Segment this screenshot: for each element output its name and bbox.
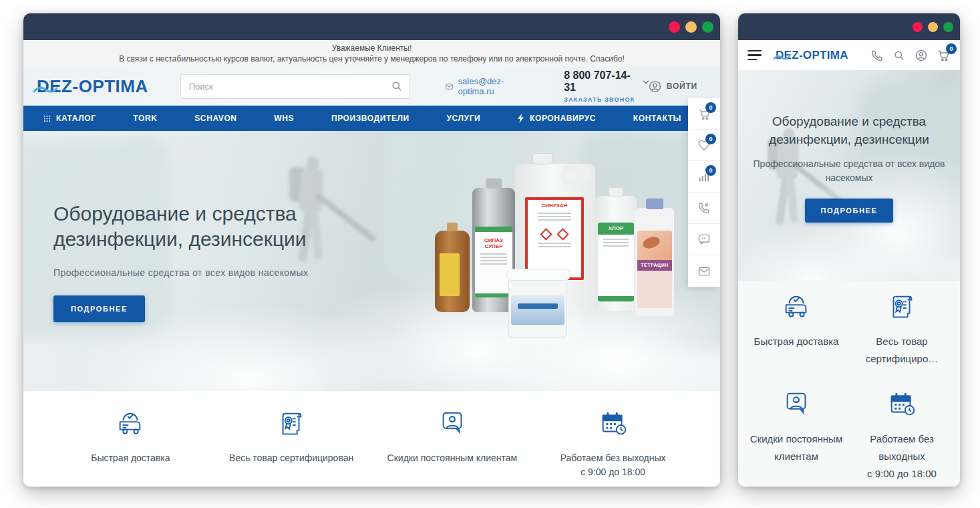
feature-fast-delivery: Быстрая доставка bbox=[744, 291, 849, 372]
feature-label: Быстрая доставка bbox=[50, 451, 211, 465]
feature-discounts: Скидки постоянным клиентам bbox=[372, 408, 533, 487]
cart-panel-button[interactable]: 0 bbox=[688, 98, 720, 130]
floating-side-panel: 0 0 0 bbox=[688, 98, 720, 287]
product-label: ТЕТРАЦИН bbox=[637, 260, 672, 271]
reviews-panel-button[interactable] bbox=[688, 224, 720, 255]
login-label: ВОЙТИ bbox=[667, 82, 697, 91]
product-label: СИПАЗ СУПЕР bbox=[475, 237, 512, 249]
account-icon[interactable] bbox=[915, 49, 928, 62]
hero-subtitle: Профессиональные средства от всех видов … bbox=[749, 157, 949, 185]
product-label: СИНУЗАН bbox=[530, 203, 579, 209]
envelope-icon bbox=[445, 82, 454, 91]
cart-count-badge: 0 bbox=[946, 43, 957, 54]
cart-icon[interactable]: 0 bbox=[937, 48, 951, 62]
compare-panel-button[interactable]: 0 bbox=[688, 161, 720, 193]
callback-panel-button[interactable] bbox=[688, 193, 720, 224]
close-button[interactable] bbox=[669, 21, 680, 33]
lightning-icon bbox=[518, 114, 524, 123]
hero-more-button[interactable]: ПОДРОБНЕЕ bbox=[53, 295, 145, 322]
notice-line2: В связи с нестабильностью курсов валют, … bbox=[23, 54, 720, 64]
header-email-text: sales@dez-optima.ru bbox=[458, 76, 536, 96]
product-bottles-image: СИНУЗАН СИПАЗ СУПЕР ХЛОР bbox=[416, 138, 683, 359]
hero-title: Оборудование и средства дезинфекции, дез… bbox=[53, 201, 347, 253]
hero-title: Оборудование и средства дезинфекции, дез… bbox=[749, 113, 949, 148]
mobile-browser-window: DEZ-OPTIMA 0 Оборудование и средства дез… bbox=[738, 13, 960, 487]
certificate-icon bbox=[886, 313, 917, 324]
search-icon[interactable] bbox=[390, 80, 403, 96]
search-icon[interactable] bbox=[892, 49, 906, 62]
feature-label: Быстрая доставка bbox=[744, 333, 849, 350]
site-logo[interactable]: DEZ-OPTIMA bbox=[37, 76, 148, 97]
grid-icon bbox=[43, 115, 51, 122]
nav-item-schavon[interactable]: SCHAVON bbox=[194, 114, 236, 123]
nav-item-services[interactable]: УСЛУГИ bbox=[447, 114, 481, 123]
notice-line1: Уважаемые Клиенты! bbox=[23, 43, 720, 53]
site-logo[interactable]: DEZ-OPTIMA bbox=[776, 49, 848, 62]
product-bottle-purple: ТЕТРАЦИН bbox=[635, 208, 674, 316]
feature-label: Весь товар сертифициро… bbox=[849, 333, 955, 368]
desktop-browser-window: Уважаемые Клиенты! В связи с нестабильно… bbox=[23, 13, 720, 487]
calendar-clock-icon bbox=[598, 430, 629, 441]
header-email-link[interactable]: sales@dez-optima.ru bbox=[445, 76, 536, 96]
feature-label: Работаем без выходныхс 9:00 до 18:00 bbox=[532, 451, 693, 479]
feature-label: Скидки постоянным клиентам bbox=[744, 430, 849, 466]
mobile-titlebar bbox=[738, 13, 960, 40]
callback-link[interactable]: ЗАКАЗАТЬ ЗВОНОК bbox=[564, 96, 648, 103]
features-row: Быстрая доставка Весь товар сертифициров… bbox=[23, 391, 720, 487]
feature-certified: Весь товар сертифицирован bbox=[211, 408, 372, 487]
feature-working-hours: Работаем без выходныхс 9:00 до 18:00 bbox=[532, 408, 693, 487]
account-icon bbox=[648, 80, 662, 94]
worker-silhouette bbox=[289, 156, 319, 170]
callback-phone-icon bbox=[697, 201, 711, 215]
maximize-button[interactable] bbox=[943, 22, 953, 32]
chat-bubble-icon bbox=[697, 233, 711, 246]
compare-count-badge: 0 bbox=[705, 165, 716, 176]
hamburger-menu-icon[interactable] bbox=[748, 50, 762, 61]
site-header: DEZ-OPTIMA sales@dez-optima.ru 8 800 707… bbox=[23, 67, 720, 106]
hero-more-button[interactable]: ПОДРОБНЕЕ bbox=[805, 199, 894, 223]
truck-icon bbox=[115, 430, 146, 441]
mobile-header: DEZ-OPTIMA 0 bbox=[738, 40, 960, 70]
nav-item-coronavirus[interactable]: КОРОНАВИРУС bbox=[518, 114, 596, 123]
phone-number[interactable]: 8 800 707-14-31 bbox=[564, 70, 648, 94]
product-bottle-green: ХЛОР bbox=[595, 196, 637, 311]
feature-certified: Весь товар сертифициро… bbox=[849, 291, 955, 372]
client-bubble-icon bbox=[781, 410, 812, 422]
minimize-button[interactable] bbox=[928, 22, 938, 32]
email-panel-button[interactable] bbox=[688, 255, 720, 287]
logo-wave-icon bbox=[33, 85, 57, 94]
calendar-clock-icon bbox=[886, 410, 917, 422]
search-box bbox=[180, 74, 410, 99]
certificate-icon bbox=[276, 430, 307, 441]
logo-wave-icon bbox=[774, 54, 790, 61]
search-input[interactable] bbox=[180, 74, 410, 99]
cart-count-badge: 0 bbox=[705, 102, 716, 113]
fog bbox=[738, 221, 912, 281]
wishlist-panel-button[interactable]: 0 bbox=[688, 130, 720, 161]
client-bubble-icon bbox=[437, 430, 468, 441]
feature-label: Весь товар сертифицирован bbox=[211, 451, 372, 465]
feature-label: Скидки постоянным клиентам bbox=[372, 451, 533, 465]
product-label: ХЛОР bbox=[598, 223, 634, 235]
envelope-icon bbox=[697, 265, 711, 278]
feature-working-hours: Работаем без выходныхс 9:00 до 18:00 bbox=[849, 389, 955, 487]
desktop-titlebar bbox=[23, 13, 720, 40]
nav-item-tork[interactable]: TORK bbox=[133, 114, 157, 123]
phone-icon[interactable] bbox=[870, 49, 884, 62]
wishlist-count-badge: 0 bbox=[705, 134, 716, 144]
hero-text-block: Оборудование и средства дезинфекции, дез… bbox=[53, 201, 347, 322]
nav-item-contacts[interactable]: КОНТАКТЫ bbox=[633, 114, 681, 123]
maximize-button[interactable] bbox=[702, 21, 713, 33]
nav-item-catalog[interactable]: КАТАЛОГ bbox=[43, 114, 96, 123]
hero-subtitle: Профессиональные средства от всех видов … bbox=[53, 267, 347, 278]
mobile-features-grid: Быстрая доставка Весь товар сертифициро…… bbox=[738, 281, 960, 487]
minimize-button[interactable] bbox=[685, 21, 697, 33]
login-button[interactable]: ВОЙТИ bbox=[648, 80, 697, 94]
nav-item-manufacturers[interactable]: ПРОИЗВОДИТЕЛИ bbox=[331, 114, 410, 123]
nav-item-whs[interactable]: WHS bbox=[274, 114, 294, 123]
close-button[interactable] bbox=[913, 22, 923, 32]
truck-icon bbox=[781, 313, 812, 324]
product-bottle-amber bbox=[435, 231, 470, 312]
main-nav: КАТАЛОГ TORK SCHAVON WHS ПРОИЗВОДИТЕЛИ У… bbox=[23, 106, 720, 131]
product-tub bbox=[508, 277, 567, 338]
